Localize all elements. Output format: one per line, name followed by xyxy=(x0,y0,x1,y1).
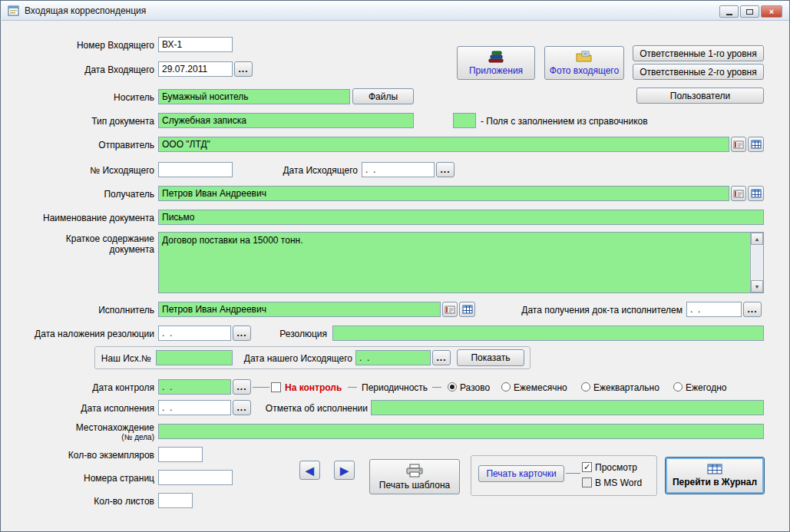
radio-yearly[interactable] xyxy=(673,382,683,392)
incoming-date-label: Дата Входящего xyxy=(8,64,154,75)
print-template-button[interactable]: Печать шаблона xyxy=(369,459,460,494)
connector-line xyxy=(253,387,269,388)
outgoing-date-label: Дата Исходящего xyxy=(273,165,358,176)
page-numbers-input[interactable] xyxy=(158,470,233,485)
table-grid-icon xyxy=(751,140,762,149)
show-button[interactable]: Показать xyxy=(457,349,524,366)
print-template-label: Печать шаблона xyxy=(379,480,450,491)
doc-title-input[interactable]: Письмо xyxy=(158,210,764,225)
copies-count-input[interactable] xyxy=(158,447,203,462)
users-button[interactable]: Пользователи xyxy=(636,88,764,104)
radio-razovo[interactable] xyxy=(448,382,457,392)
preview-checkbox[interactable]: ✓ xyxy=(582,462,592,472)
radio-razovo-label[interactable]: Разово xyxy=(460,382,506,393)
print-card-button[interactable]: Печать карточки xyxy=(478,465,564,482)
photo-folder-icon xyxy=(575,51,593,63)
execution-mark-input[interactable] xyxy=(371,400,764,415)
sender-directory-button[interactable] xyxy=(731,137,746,152)
carrier-input[interactable]: Бумажный носитель xyxy=(158,89,350,104)
next-record-button[interactable]: ▶ xyxy=(334,461,355,480)
sender-table-button[interactable] xyxy=(748,137,764,152)
recipient-input[interactable]: Петров Иван Андреевич xyxy=(158,186,729,201)
scroll-down-button[interactable]: ▼ xyxy=(751,280,763,292)
radio-monthly[interactable] xyxy=(501,382,511,392)
periodicity-label: Периодичность xyxy=(362,382,431,393)
our-outgoing-date-label: Дата нашего Исходящего xyxy=(239,353,352,364)
executor-label: Исполнитель xyxy=(8,305,154,316)
outgoing-number-label: № Исходящего xyxy=(8,165,154,176)
our-outgoing-number-input[interactable] xyxy=(156,350,233,365)
close-button[interactable]: × xyxy=(761,5,782,18)
recipient-directory-button[interactable] xyxy=(731,186,746,201)
attachments-button[interactable]: Приложения xyxy=(457,46,535,80)
control-date-picker-button[interactable]: ... xyxy=(233,379,251,395)
scroll-up-icon: ▲ xyxy=(755,236,760,242)
outgoing-date-input[interactable]: . . xyxy=(362,162,435,177)
on-control-checkbox[interactable] xyxy=(271,382,281,392)
connector-line xyxy=(432,387,441,388)
ms-word-label[interactable]: В MS Word xyxy=(595,477,649,488)
scroll-up-button[interactable]: ▲ xyxy=(751,233,763,245)
control-date-label: Дата контроля xyxy=(8,382,154,393)
files-button[interactable]: Файлы xyxy=(352,88,414,104)
green-legend-swatch xyxy=(453,113,476,128)
incoming-date-picker-button[interactable]: ... xyxy=(234,61,253,77)
preview-label[interactable]: Просмотр xyxy=(595,462,649,473)
execution-date-picker-button[interactable]: ... xyxy=(233,400,251,415)
sheets-count-input[interactable] xyxy=(158,493,193,508)
executor-table-button[interactable] xyxy=(459,302,475,317)
goto-journal-button[interactable]: Перейти в Журнал xyxy=(665,457,765,494)
resolution-date-picker-button[interactable]: ... xyxy=(233,325,251,341)
radio-yearly-label[interactable]: Ежегодно xyxy=(686,382,747,393)
location-input[interactable] xyxy=(158,424,764,439)
recipient-table-button[interactable] xyxy=(748,186,764,201)
execution-date-input[interactable]: . . xyxy=(158,400,231,415)
sender-label: Отправитель xyxy=(8,140,154,150)
check-icon: ✓ xyxy=(583,462,590,471)
radio-monthly-label[interactable]: Ежемесячно xyxy=(514,382,579,393)
incoming-photo-button[interactable]: Фото входящего xyxy=(544,46,624,80)
next-icon: ▶ xyxy=(340,464,349,477)
doc-type-input[interactable]: Служебная записка xyxy=(158,113,414,128)
previous-record-button[interactable]: ◀ xyxy=(299,461,320,480)
incoming-number-input[interactable]: ВХ-1 xyxy=(158,37,233,52)
responsible-level2-button[interactable]: Ответственные 2-го уровня xyxy=(633,64,764,80)
responsible-level1-button[interactable]: Ответственные 1-го уровня xyxy=(633,45,764,61)
summary-text: Договор поставки на 15000 тонн. xyxy=(162,235,748,246)
minimize-icon xyxy=(726,14,732,15)
attachments-label: Приложения xyxy=(469,65,523,76)
resolution-date-input[interactable]: . . xyxy=(158,325,231,341)
summary-scrollbar[interactable]: ▲ ▼ xyxy=(750,233,763,292)
control-date-input[interactable]: . . xyxy=(158,379,231,395)
summary-label: Краткое содержание документа xyxy=(31,233,154,255)
ms-word-checkbox[interactable] xyxy=(582,477,592,487)
our-outgoing-date-input[interactable]: . . xyxy=(355,350,431,365)
radio-quarterly[interactable] xyxy=(581,382,590,392)
radio-quarterly-label[interactable]: Ежеквартально xyxy=(593,382,670,393)
sheets-count-label: Кол-во листов xyxy=(8,496,154,507)
executor-directory-button[interactable] xyxy=(442,302,458,317)
incoming-photo-label: Фото входящего xyxy=(550,65,619,76)
executor-received-date-input[interactable]: . . xyxy=(686,302,742,317)
legend-note: - Поля с заполнением из справочников xyxy=(481,116,673,127)
summary-textarea[interactable]: Договор поставки на 15000 тонн. ▲ ▼ xyxy=(158,232,764,293)
on-control-label[interactable]: На контроль xyxy=(285,382,346,393)
journal-grid-icon xyxy=(707,464,722,474)
maximize-button[interactable] xyxy=(740,5,759,18)
minimize-button[interactable] xyxy=(719,5,739,18)
our-outgoing-date-picker-button[interactable]: ... xyxy=(432,350,451,365)
location-sublabel: (№ дела) xyxy=(8,433,154,441)
doc-type-label: Тип документа xyxy=(8,116,154,127)
outgoing-number-input[interactable] xyxy=(158,162,233,177)
our-outgoing-number-label: Наш Исх.№ xyxy=(99,353,151,364)
card-index-icon xyxy=(733,140,744,149)
copies-count-label: Кол-во экземпляров xyxy=(8,450,154,461)
executor-received-date-picker-button[interactable]: ... xyxy=(743,302,762,317)
incoming-date-input[interactable]: 29.07.2011 xyxy=(158,61,233,77)
executor-input[interactable]: Петров Иван Андреевич xyxy=(158,302,441,317)
execution-mark-label: Отметка об исполнении xyxy=(258,403,368,414)
window-icon xyxy=(8,5,20,17)
outgoing-date-picker-button[interactable]: ... xyxy=(436,162,454,177)
sender-input[interactable]: ООО "ЛТД" xyxy=(158,137,729,152)
resolution-input[interactable] xyxy=(332,325,764,341)
